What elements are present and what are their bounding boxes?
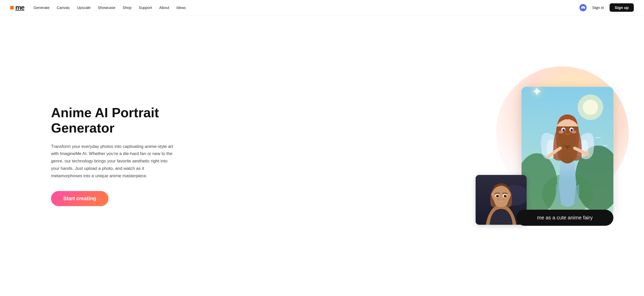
svg-point-33	[505, 195, 506, 196]
svg-point-34	[492, 197, 497, 199]
nav-item-canvas[interactable]: Canvas	[57, 5, 70, 10]
svg-point-20	[571, 131, 576, 134]
svg-point-31	[505, 195, 506, 196]
hero-description: Transform your everyday photos into capt…	[51, 143, 174, 180]
nav-item-showcase[interactable]: Showcase	[98, 5, 115, 10]
nav-links: Generate Canvas Upscale Showcase Shop Su…	[34, 5, 186, 10]
start-creating-button[interactable]: Start creating	[51, 191, 108, 206]
hero-title: Anime AI Portrait Generator	[51, 105, 184, 136]
svg-point-35	[505, 197, 510, 199]
signup-button[interactable]: Sign up	[610, 3, 634, 12]
nav-item-upscale[interactable]: Upscale	[77, 5, 91, 10]
hero-image-area: ✦	[460, 82, 613, 230]
discord-icon[interactable]	[579, 4, 587, 11]
svg-point-18	[572, 129, 573, 130]
nav-item-shop[interactable]: Shop	[122, 5, 131, 10]
nav-item-about[interactable]: About	[159, 5, 169, 10]
svg-point-17	[564, 129, 564, 130]
prompt-pill: me as a cute anime fairy	[516, 210, 613, 226]
hero-section: Anime AI Portrait Generator Transform yo…	[0, 15, 644, 296]
svg-point-30	[497, 195, 499, 196]
anime-fairy-illustration	[522, 87, 613, 215]
logo[interactable]: me	[10, 4, 24, 11]
svg-point-19	[559, 131, 564, 134]
anime-image-card	[522, 87, 613, 215]
nav-item-support[interactable]: Support	[139, 5, 152, 10]
navbar-left: me Generate Canvas Upscale Showcase Shop…	[10, 4, 186, 11]
svg-point-32	[498, 195, 498, 196]
navbar: me Generate Canvas Upscale Showcase Shop…	[0, 0, 644, 15]
logo-icon	[10, 6, 14, 9]
navbar-right: Sign in Sign up	[579, 3, 634, 12]
svg-point-6	[583, 100, 598, 115]
nav-item-generate[interactable]: Generate	[34, 5, 50, 10]
logo-text: me	[15, 4, 24, 11]
prompt-text: me as a cute anime fairy	[537, 215, 593, 220]
signin-button[interactable]: Sign in	[590, 4, 606, 11]
hero-left: Anime AI Portrait Generator Transform yo…	[51, 105, 184, 206]
nav-item-ideas[interactable]: Ideas	[176, 5, 186, 10]
